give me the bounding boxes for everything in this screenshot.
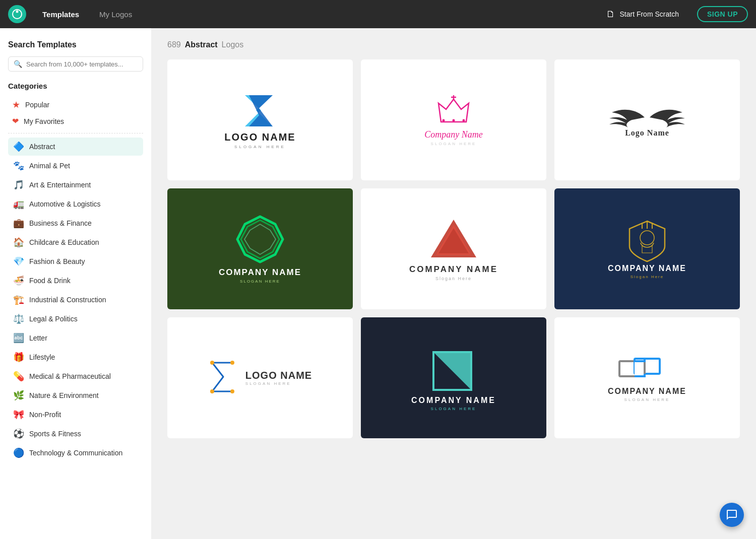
categories-title: Categories — [8, 82, 143, 90]
category-icon: 🎀 — [13, 409, 24, 420]
svg-marker-9 — [241, 220, 279, 258]
category-label: Letter — [29, 334, 47, 342]
signup-button[interactable]: SIGN UP — [697, 6, 748, 22]
results-header: 689 Abstract Logos — [167, 40, 740, 49]
document-icon: 🗋 — [606, 9, 615, 20]
chat-button[interactable] — [720, 503, 744, 527]
category-label: Sports & Fitness — [29, 430, 81, 438]
category-art---entertainment[interactable]: 🎵Art & Entertainment — [8, 176, 143, 194]
category-icon: 🍜 — [13, 275, 24, 286]
favorites-icon: ❤ — [12, 116, 19, 126]
divider — [8, 133, 143, 133]
svg-rect-29 — [635, 361, 645, 376]
category-medical---pharmaceutical[interactable]: 💊Medical & Pharmaceutical — [8, 367, 143, 385]
results-suffix: Logos — [222, 40, 244, 49]
category-icon: 💎 — [13, 256, 24, 267]
template-card-1[interactable]: LOGO NAME SLOGAN HERE — [167, 59, 353, 180]
category-industrial---construction[interactable]: 🏗️Industrial & Construction — [8, 291, 143, 309]
category-icon: 🔷 — [13, 141, 24, 152]
results-count: 689 — [167, 40, 181, 49]
category-icon: 🐾 — [13, 160, 24, 171]
category-childcare---education[interactable]: 🏠Childcare & Education — [8, 233, 143, 251]
category-icon: 💼 — [13, 218, 24, 229]
category-icon: 🎁 — [13, 352, 24, 363]
category-label: Food & Drink — [29, 277, 71, 285]
app-logo[interactable] — [8, 5, 26, 23]
category-favorites[interactable]: ❤ My Favorites — [8, 113, 143, 129]
nav-templates[interactable]: Templates — [38, 8, 83, 21]
category-food---drink[interactable]: 🍜Food & Drink — [8, 272, 143, 290]
template-card-8[interactable]: COMPANY NAME SLOGAN HERE — [361, 317, 546, 438]
sidebar: Search Templates 🔍 Categories ★ Popular … — [0, 28, 151, 539]
category-technology---communication[interactable]: 🔵Technology & Communication — [8, 444, 143, 462]
sidebar-title: Search Templates — [8, 40, 143, 49]
category-icon: 🎵 — [13, 179, 24, 190]
popular-icon: ★ — [12, 99, 20, 110]
category-label: Business & Finance — [29, 219, 92, 227]
popular-label: Popular — [25, 101, 49, 109]
start-scratch-label: Start From Scratch — [619, 10, 678, 18]
svg-point-20 — [640, 231, 654, 245]
svg-marker-16 — [436, 225, 471, 255]
category-fashion---beauty[interactable]: 💎Fashion & Beauty — [8, 252, 143, 271]
svg-point-24 — [230, 389, 234, 393]
category-label: Fashion & Beauty — [29, 257, 85, 265]
results-keyword: Abstract — [185, 40, 218, 49]
category-icon: 🚛 — [13, 198, 24, 210]
search-input[interactable] — [26, 60, 138, 68]
category-automotive---logistics[interactable]: 🚛Automotive & Logistics — [8, 195, 143, 213]
svg-point-22 — [210, 361, 214, 365]
app-header: Templates My Logos 🗋 Start From Scratch … — [0, 0, 756, 28]
category-non-profit[interactable]: 🎀Non-Profit — [8, 406, 143, 424]
category-abstract[interactable]: 🔷Abstract — [8, 138, 143, 156]
category-icon: 🔵 — [13, 447, 24, 458]
category-animal---pet[interactable]: 🐾Animal & Pet — [8, 157, 143, 175]
logos-grid: LOGO NAME SLOGAN HERE — [167, 59, 740, 438]
category-label: Animal & Pet — [29, 162, 70, 170]
template-card-7[interactable]: LOGO NAME SLOGAN HERE — [167, 317, 353, 438]
category-label: Medical & Pharmaceutical — [29, 372, 111, 380]
svg-point-23 — [210, 389, 214, 393]
search-icon: 🔍 — [14, 60, 22, 68]
template-card-3[interactable]: Logo Name — [554, 59, 740, 180]
page-wrapper: Search Templates 🔍 Categories ★ Popular … — [0, 28, 756, 539]
category-icon: ⚽ — [13, 428, 24, 439]
category-popular[interactable]: ★ Popular — [8, 96, 143, 113]
category-label: Abstract — [29, 143, 55, 151]
template-card-5[interactable]: COMPANY NAME Slogan Here — [361, 188, 546, 309]
svg-point-1 — [16, 11, 19, 13]
search-box[interactable]: 🔍 — [8, 56, 143, 72]
favorites-label: My Favorites — [24, 117, 64, 125]
categories-list: 🔷Abstract🐾Animal & Pet🎵Art & Entertainme… — [8, 138, 143, 462]
main-content: 689 Abstract Logos LOGO NAME SLOG — [151, 28, 756, 539]
template-card-4[interactable]: COMPANY NAME Slogan Here — [167, 188, 353, 309]
svg-point-7 — [463, 119, 465, 121]
category-business---finance[interactable]: 💼Business & Finance — [8, 214, 143, 232]
template-card-6[interactable]: COMPANY NAME Slogan Here — [554, 188, 740, 309]
category-icon: 🌿 — [13, 390, 24, 401]
nav-my-logos[interactable]: My Logos — [95, 8, 136, 21]
svg-marker-26 — [433, 352, 471, 390]
category-label: Legal & Politics — [29, 315, 78, 323]
category-label: Industrial & Construction — [29, 296, 106, 304]
category-icon: 🔤 — [13, 332, 24, 344]
category-sports---fitness[interactable]: ⚽Sports & Fitness — [8, 425, 143, 443]
category-label: Technology & Communication — [29, 449, 122, 457]
category-label: Childcare & Education — [29, 238, 99, 246]
template-card-9[interactable]: COMPANY NAME SLOGAN HERE — [554, 317, 740, 438]
category-icon: 🏗️ — [13, 294, 24, 305]
category-label: Non-Profit — [29, 411, 61, 419]
category-icon: 💊 — [13, 371, 24, 382]
template-card-2[interactable]: Company Name SLOGAN HERE — [361, 59, 546, 180]
start-from-scratch-button[interactable]: 🗋 Start From Scratch — [600, 6, 684, 23]
svg-point-5 — [443, 119, 445, 121]
category-label: Lifestyle — [29, 353, 55, 361]
category-letter[interactable]: 🔤Letter — [8, 329, 143, 347]
category-legal---politics[interactable]: ⚖️Legal & Politics — [8, 310, 143, 328]
svg-marker-10 — [244, 224, 276, 254]
category-label: Art & Entertainment — [29, 181, 91, 189]
category-nature---environment[interactable]: 🌿Nature & Environment — [8, 386, 143, 405]
category-lifestyle[interactable]: 🎁Lifestyle — [8, 348, 143, 366]
category-icon: ⚖️ — [13, 313, 24, 324]
category-label: Automotive & Logistics — [29, 200, 101, 208]
